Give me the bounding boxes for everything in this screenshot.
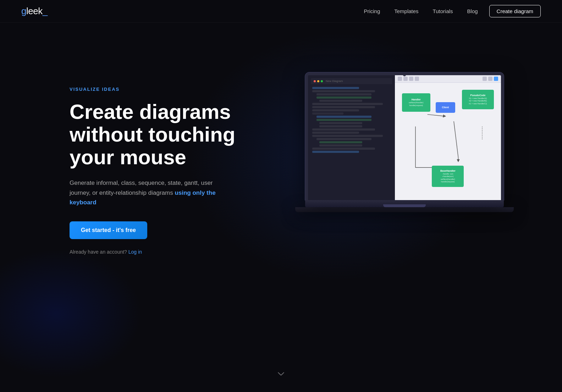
preview-icon-btn: [483, 77, 487, 81]
diagram-area: Handler setNext(Handler)handle(request) …: [395, 83, 501, 198]
editor-dot-yellow: [317, 80, 319, 82]
logo-cursor: _: [43, 6, 48, 16]
preview-icon-btn: [488, 77, 492, 81]
code-line: [319, 100, 362, 102]
login-prompt-text: Already have an account?: [70, 249, 127, 255]
code-line: [312, 128, 375, 131]
code-line: [319, 144, 362, 147]
editor-filename: New Diagram: [326, 79, 343, 83]
nav-links: Pricing Templates Tutorials Blog Create …: [358, 5, 541, 17]
hero-content: VISUALIZE IDEAS Create diagrams without …: [70, 65, 247, 255]
diagram-box-pseudocode: PseudoCode h1 = new HandlerA()h2 = new H…: [462, 90, 494, 109]
laptop-mockup: New Diagram: [305, 72, 504, 212]
login-prompt: Already have an account? Log in: [70, 249, 247, 255]
diagram-box-handler-title: Handler: [412, 98, 421, 101]
logo-text: gleek_: [21, 6, 48, 17]
laptop-screen: New Diagram: [305, 72, 504, 200]
hero-title: Create diagrams without touching your mo…: [70, 100, 247, 168]
hero-title-line1: Create diagrams: [70, 100, 231, 123]
hero-visual: New Diagram: [247, 65, 541, 212]
code-line: [319, 141, 362, 143]
laptop-base: [305, 200, 504, 207]
app-editor-header: New Diagram: [311, 78, 392, 84]
code-editor-content: [311, 85, 392, 156]
code-line: [312, 135, 383, 137]
eyebrow-text: VISUALIZE IDEAS: [70, 87, 247, 92]
app-editor-panel: New Diagram: [308, 75, 395, 200]
code-line: [312, 132, 359, 134]
scroll-indicator[interactable]: [277, 373, 285, 378]
hero-title-line2: without touching: [70, 123, 235, 146]
logo[interactable]: gleek_: [21, 6, 48, 17]
laptop-bottom: [295, 207, 514, 212]
code-line: [312, 112, 343, 115]
diagram-box-basehandler-title: BaseHandler: [440, 170, 456, 172]
preview-icons-right: [483, 77, 498, 81]
diagram-box-basehandler-text: -handle: son+handle(son)setNext(handler)…: [441, 173, 455, 183]
svg-line-0: [427, 115, 444, 116]
diagram-box-pseudocode-title: PseudoCode: [470, 94, 486, 96]
laptop-camera: [403, 73, 406, 76]
diagram-box-client-title: Client: [442, 106, 449, 109]
logo-letter-g: g: [21, 6, 26, 16]
code-line: [312, 87, 359, 89]
svg-line-1: [454, 121, 458, 157]
diagram-box-handler: Handler setNext(Handler)handle(request): [402, 93, 430, 112]
navbar: gleek_ Pricing Templates Tutorials Blog …: [0, 0, 562, 23]
preview-icon-btn: [398, 77, 402, 81]
diagram-box-pseudocode-text: h1 = new HandlerA()h2 = new HandlerB()h1…: [469, 97, 487, 105]
chevron-down-icon: [277, 373, 285, 378]
preview-controls: [398, 77, 419, 81]
code-line: [316, 93, 371, 95]
diagram-box-basehandler: BaseHandler -handle: son+handle(son)setN…: [432, 166, 464, 187]
create-diagram-button[interactable]: Create diagram: [489, 5, 541, 17]
logo-rest: leek: [26, 6, 43, 16]
diagram-box-handler-text: setNext(Handler)handle(request): [409, 101, 424, 106]
code-line: [316, 138, 371, 140]
diagram-box-client: Client: [436, 102, 455, 113]
app-container: New Diagram: [308, 75, 501, 200]
nav-link-tutorials[interactable]: Tutorials: [427, 5, 459, 17]
editor-dot-green: [321, 80, 323, 82]
preview-icon-btn-blue: [494, 77, 498, 81]
code-line: [312, 109, 359, 111]
nav-link-templates[interactable]: Templates: [389, 5, 424, 17]
preview-header: [395, 75, 501, 83]
code-line: [312, 90, 375, 92]
hero-title-line3: your mouse: [70, 145, 186, 169]
login-link[interactable]: Log in: [128, 249, 142, 255]
preview-icon-btn: [415, 77, 419, 81]
preview-icon-btn: [409, 77, 413, 81]
code-line: [319, 125, 362, 127]
code-line: [319, 122, 362, 124]
code-line: [316, 96, 371, 99]
editor-dot-red: [314, 80, 316, 82]
code-line: [312, 106, 375, 108]
get-started-button[interactable]: Get started - it's free: [70, 221, 147, 239]
hero-section: VISUALIZE IDEAS Create diagrams without …: [0, 23, 562, 392]
hero-description: Generate informal, class, sequence, stat…: [70, 178, 226, 207]
code-line: [312, 151, 359, 153]
code-line: [316, 116, 371, 118]
code-line: [312, 148, 375, 150]
app-preview-panel: Handler setNext(Handler)handle(request) …: [395, 75, 501, 200]
code-line: [316, 119, 371, 121]
nav-link-pricing[interactable]: Pricing: [358, 5, 386, 17]
nav-link-blog[interactable]: Blog: [462, 5, 484, 17]
preview-icon-btn: [403, 77, 408, 81]
code-line: [312, 103, 383, 105]
